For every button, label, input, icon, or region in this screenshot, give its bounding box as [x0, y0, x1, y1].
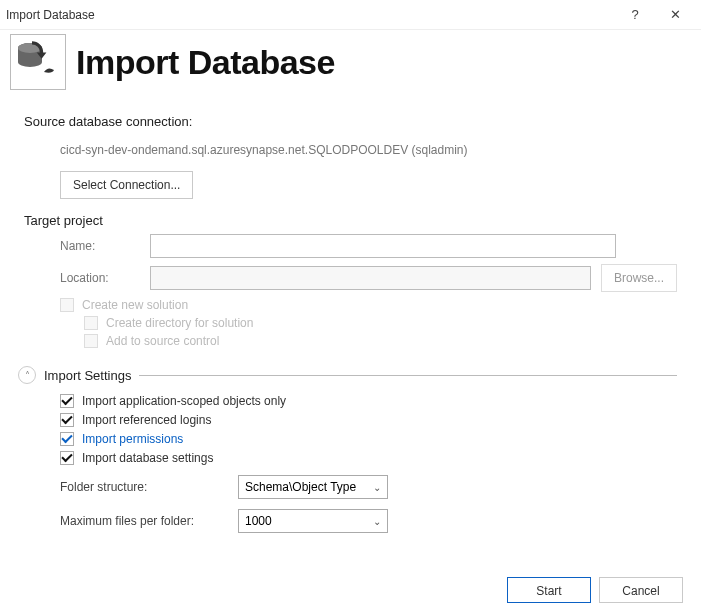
name-input[interactable] — [150, 234, 616, 258]
name-label: Name: — [60, 239, 140, 253]
max-files-label: Maximum files per folder: — [60, 514, 220, 528]
add-source-control-checkbox[interactable] — [84, 334, 98, 348]
start-button[interactable]: Start — [507, 577, 591, 603]
location-label: Location: — [60, 271, 140, 285]
location-input[interactable] — [150, 266, 591, 290]
import-ref-logins-label: Import referenced logins — [82, 413, 211, 427]
window-title: Import Database — [6, 8, 615, 22]
collapse-icon[interactable]: ˄ — [18, 366, 36, 384]
close-button[interactable]: ✕ — [655, 1, 695, 29]
import-app-scoped-label: Import application-scoped objects only — [82, 394, 286, 408]
import-settings-title: Import Settings — [44, 368, 131, 383]
select-connection-button[interactable]: Select Connection... — [60, 171, 193, 199]
source-connection-label: Source database connection: — [24, 114, 677, 129]
add-source-control-label: Add to source control — [106, 334, 219, 348]
browse-button[interactable]: Browse... — [601, 264, 677, 292]
target-project-label: Target project — [24, 213, 677, 228]
source-connection-value: cicd-syn-dev-ondemand.sql.azuresynapse.n… — [60, 143, 677, 157]
dialog-header: Import Database — [0, 30, 701, 96]
import-settings-header: ˄ Import Settings — [24, 366, 677, 384]
max-files-value: 1000 — [245, 514, 272, 528]
dialog-content: Source database connection: cicd-syn-dev… — [0, 96, 701, 533]
create-new-solution-label: Create new solution — [82, 298, 188, 312]
import-app-scoped-checkbox[interactable] — [60, 394, 74, 408]
import-db-settings-checkbox[interactable] — [60, 451, 74, 465]
dialog-title: Import Database — [76, 43, 335, 82]
import-db-settings-label: Import database settings — [82, 451, 213, 465]
help-button[interactable]: ? — [615, 1, 655, 29]
import-ref-logins-checkbox[interactable] — [60, 413, 74, 427]
create-new-solution-checkbox[interactable] — [60, 298, 74, 312]
cancel-button[interactable]: Cancel — [599, 577, 683, 603]
divider — [139, 375, 677, 376]
import-permissions-label: Import permissions — [82, 432, 183, 446]
folder-structure-value: Schema\Object Type — [245, 480, 356, 494]
create-directory-label: Create directory for solution — [106, 316, 253, 330]
max-files-dropdown[interactable]: 1000 ⌄ — [238, 509, 388, 533]
folder-structure-label: Folder structure: — [60, 480, 220, 494]
folder-structure-dropdown[interactable]: Schema\Object Type ⌄ — [238, 475, 388, 499]
import-permissions-checkbox[interactable] — [60, 432, 74, 446]
titlebar: Import Database ? ✕ — [0, 0, 701, 30]
create-directory-checkbox[interactable] — [84, 316, 98, 330]
import-database-icon — [10, 34, 66, 90]
chevron-down-icon: ⌄ — [373, 516, 381, 527]
chevron-down-icon: ⌄ — [373, 482, 381, 493]
dialog-footer: Start Cancel — [0, 567, 701, 615]
